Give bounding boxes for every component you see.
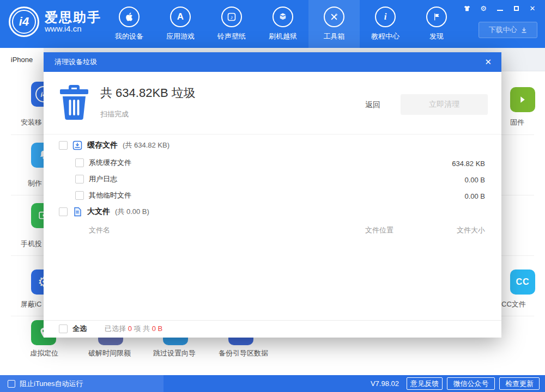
tool-cc-file-label[interactable]: CC文件 (501, 299, 526, 309)
nav-label: 铃声壁纸 (217, 32, 246, 41)
nav-flash-jailbreak[interactable]: 刷机越狱 (257, 0, 308, 48)
settings-gear-icon[interactable]: ⚙ (480, 4, 487, 12)
selected-prefix: 已选择 (105, 324, 126, 333)
nav-tutorial-center[interactable]: i 教程中心 (360, 0, 411, 48)
apple-icon (119, 7, 140, 27)
selected-count: 0 (128, 324, 132, 333)
tool-firmware-icon[interactable] (510, 87, 535, 112)
nav-discover[interactable]: 发现 (411, 0, 462, 48)
tool-cc-badge: CC (516, 277, 529, 287)
select-all-label[interactable]: 全选 (72, 324, 87, 334)
nav-label: 我的设备 (115, 32, 143, 41)
other-temp-checkbox[interactable] (75, 191, 84, 200)
cache-item-row: 用户日志 (75, 174, 117, 184)
tool-screen-mirror-label[interactable]: 手机投 (21, 239, 42, 249)
nav-my-devices[interactable]: 我的设备 (104, 0, 155, 48)
nav-label: 应用游戏 (166, 32, 195, 41)
nav-label: 刷机越狱 (269, 32, 297, 41)
bigfile-group-total: (共 0.00 B) (115, 207, 149, 217)
close-icon[interactable]: ✕ (529, 4, 536, 12)
scan-status-text: 扫描完成 (100, 109, 129, 119)
user-log-checkbox[interactable] (75, 175, 84, 183)
section-divider (44, 134, 501, 134)
bigfile-group-label: 大文件 (87, 207, 110, 217)
download-center-button[interactable]: 下载中心 (479, 22, 537, 38)
cache-group-row: 缓存文件 (共 634.82 KB) (59, 140, 169, 150)
logo-badge: i4 (19, 15, 29, 29)
nav-toolbox[interactable]: 工具箱 (308, 0, 360, 48)
svg-text:♪: ♪ (231, 14, 233, 20)
nav-ringtones-wallpapers[interactable]: ♪ 铃声壁纸 (206, 0, 257, 48)
selection-summary: 已选择 0 项 共 0 B (105, 324, 162, 334)
app-subtitle: www.i4.cn (45, 24, 101, 34)
tool-skip-setup-label[interactable]: 跳过设置向导 (153, 348, 196, 358)
column-filepath: 文件位置 (365, 225, 393, 235)
tool-cc-file-icon[interactable]: CC (510, 270, 535, 295)
nav-label: 发现 (429, 32, 444, 41)
cache-group-label: 缓存文件 (87, 140, 118, 150)
app-window: i4 爱思助手 www.i4.cn 我的设备 A 应用游戏 (0, 0, 545, 392)
dialog-footer: 全选 已选择 0 项 共 0 B (59, 324, 162, 334)
tutorial-icon: i (375, 7, 396, 27)
tool-install-mobile-label[interactable]: 安装移 (21, 118, 42, 127)
feedback-button[interactable]: 意见反馈 (407, 377, 443, 390)
item-size: 0.00 B (464, 192, 485, 200)
dialog-titlebar: 清理设备垃圾 ✕ (44, 52, 501, 72)
item-name: 其他临时文件 (89, 191, 131, 200)
junk-total-text: 共 634.82KB 垃圾 (100, 85, 196, 101)
minimize-icon[interactable] (496, 4, 504, 12)
selected-size: 0 B (152, 324, 163, 333)
bigfile-group-icon (72, 207, 82, 217)
tool-firmware-label[interactable]: 固件 (510, 118, 524, 127)
cache-group-total: (共 634.82 KB) (123, 140, 169, 150)
tool-backup-boot-label[interactable]: 备份引导区数据 (219, 348, 268, 358)
maximize-icon[interactable] (512, 4, 520, 12)
header: i4 爱思助手 www.i4.cn 我的设备 A 应用游戏 (0, 0, 545, 48)
version-text: V7.98.02 (371, 375, 399, 392)
tool-block-ios-update-label[interactable]: 屏蔽iC (21, 299, 41, 309)
tab-iphone-label: iPhone (11, 56, 33, 64)
clean-now-button[interactable]: 立即清理 (401, 94, 488, 115)
footer-divider (44, 320, 501, 321)
nav-label: 工具箱 (324, 32, 345, 41)
i4-logo-icon: i4 (9, 7, 39, 37)
bigfile-group-checkbox[interactable] (59, 207, 68, 216)
cache-item-row: 其他临时文件 (75, 191, 131, 200)
select-all-checkbox[interactable] (59, 324, 68, 333)
nav-label: 教程中心 (371, 32, 399, 41)
jailbreak-icon (272, 7, 293, 27)
cache-group-checkbox[interactable] (59, 141, 68, 150)
dialog-close-icon[interactable]: ✕ (482, 52, 494, 72)
download-icon (520, 27, 528, 34)
tool-ringtone-maker-label[interactable]: 制作 (28, 179, 42, 188)
tab-iphone[interactable]: iPhone (0, 48, 44, 71)
item-size: 634.82 KB (452, 160, 485, 168)
tool-screen-time-label[interactable]: 破解时间限额 (88, 348, 131, 358)
tool-virtual-location-label[interactable]: 虚拟定位 (30, 348, 58, 358)
cache-group-icon (72, 140, 82, 150)
flag-icon (426, 7, 447, 27)
block-itunes-label: 阻止iTunes自动运行 (20, 379, 83, 389)
nav-apps-games[interactable]: A 应用游戏 (155, 0, 206, 48)
trash-icon (59, 85, 89, 122)
window-controls: ⚙ ✕ (463, 4, 536, 12)
system-cache-checkbox[interactable] (75, 158, 84, 167)
block-itunes-option[interactable]: 阻止iTunes自动运行 (0, 375, 164, 392)
ringtone-icon: ♪ (221, 7, 242, 27)
bigfile-group-row: 大文件 (共 0.00 B) (59, 207, 149, 217)
wechat-account-button[interactable]: 微信公众号 (447, 377, 495, 390)
column-filesize: 文件大小 (457, 225, 485, 235)
item-name: 用户日志 (89, 174, 117, 184)
block-itunes-checkbox[interactable] (8, 380, 15, 388)
app-logo: i4 爱思助手 www.i4.cn (9, 7, 101, 37)
item-size: 0.00 B (464, 176, 485, 184)
back-link[interactable]: 返回 (365, 100, 380, 110)
check-update-button[interactable]: 检查更新 (499, 377, 540, 390)
dialog-title: 清理设备垃圾 (55, 57, 97, 67)
download-center-label: 下载中心 (489, 25, 517, 35)
skin-icon[interactable] (463, 4, 471, 12)
status-bar: 阻止iTunes自动运行 V7.98.02 意见反馈 微信公众号 检查更新 (0, 375, 545, 392)
item-name: 系统缓存文件 (89, 158, 131, 168)
toolbox-icon (324, 7, 344, 27)
column-filename: 文件名 (89, 225, 110, 235)
